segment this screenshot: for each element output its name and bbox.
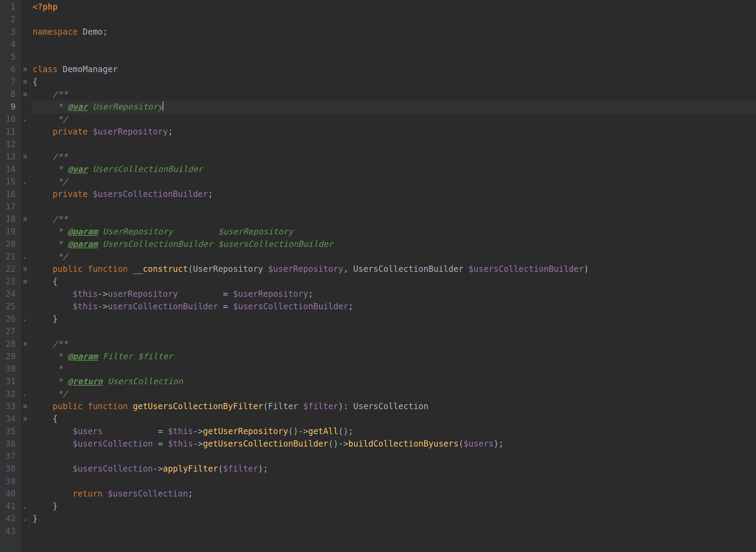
code-line[interactable] (33, 525, 756, 537)
line-number[interactable]: 10 (0, 113, 16, 126)
code-line[interactable]: * @var UsersCollectionBuilder (33, 163, 756, 175)
fold-close-icon[interactable]: ⌄ (21, 175, 29, 188)
line-number[interactable]: 20 (0, 238, 16, 250)
code-line[interactable]: { (33, 413, 756, 425)
fold-open-icon[interactable]: ⊟ (21, 88, 29, 101)
code-line[interactable]: } (33, 313, 756, 325)
code-line[interactable]: * @var UserRepository (33, 101, 756, 113)
line-number[interactable]: 17 (0, 200, 16, 213)
line-number[interactable]: 4 (0, 38, 16, 51)
code-line[interactable]: /** (33, 213, 756, 225)
fold-open-icon[interactable]: ⊟ (21, 400, 29, 413)
line-number-gutter[interactable]: 1234567891011121314151617181920212223242… (0, 0, 21, 552)
line-number[interactable]: 13 (0, 150, 16, 163)
line-number[interactable]: 21 (0, 250, 16, 263)
code-line[interactable]: * @param UsersCollectionBuilder $usersCo… (33, 238, 756, 250)
line-number[interactable]: 29 (0, 350, 16, 363)
code-line[interactable]: */ (33, 388, 756, 400)
line-number[interactable]: 28 (0, 338, 16, 350)
line-number[interactable]: 41 (0, 500, 16, 512)
code-line[interactable]: private $usersCollectionBuilder; (33, 188, 756, 200)
line-number[interactable]: 18 (0, 213, 16, 225)
fold-open-icon[interactable]: ⊟ (21, 63, 29, 76)
line-number[interactable]: 11 (0, 126, 16, 138)
line-number[interactable]: 36 (0, 438, 16, 450)
line-number[interactable]: 42 (0, 512, 16, 525)
code-line[interactable]: $users = $this->getUserRepository()->get… (33, 425, 756, 438)
line-number[interactable]: 6 (0, 63, 16, 76)
code-editor[interactable]: 1234567891011121314151617181920212223242… (0, 0, 756, 552)
code-line[interactable] (33, 138, 756, 150)
code-line[interactable]: } (33, 512, 756, 525)
code-line[interactable]: public function getUsersCollectionByFilt… (33, 400, 756, 413)
fold-open-icon[interactable]: ⊟ (21, 213, 29, 225)
fold-close-icon[interactable]: ⌄ (21, 500, 29, 512)
fold-close-icon[interactable]: ⌄ (21, 113, 29, 126)
code-line[interactable]: /** (33, 150, 756, 163)
code-line[interactable]: class DemoManager (33, 63, 756, 76)
line-number[interactable]: 14 (0, 163, 16, 175)
code-line[interactable]: $this->userRepository = $userRepository; (33, 288, 756, 300)
line-number[interactable]: 16 (0, 188, 16, 200)
code-line[interactable]: */ (33, 113, 756, 126)
code-line[interactable]: { (33, 76, 756, 88)
code-area[interactable]: <?phpnamespace Demo;class DemoManager{ /… (30, 0, 756, 552)
code-line[interactable]: */ (33, 175, 756, 188)
fold-column[interactable]: ⊟⊟⊟⌄⊟⌄⊟⌄⊟⊟⌄⊟⌄⊟⊟⌄⌄ (21, 0, 30, 552)
code-line[interactable]: private $userRepository; (33, 126, 756, 138)
line-number[interactable]: 32 (0, 388, 16, 400)
code-line[interactable]: /** (33, 88, 756, 101)
line-number[interactable]: 31 (0, 375, 16, 388)
fold-open-icon[interactable]: ⊟ (21, 76, 29, 88)
code-line[interactable]: $usersCollection->applyFilter($filter); (33, 463, 756, 475)
line-number[interactable]: 1 (0, 1, 16, 13)
fold-close-icon[interactable]: ⌄ (21, 313, 29, 325)
fold-open-icon[interactable]: ⊟ (21, 338, 29, 350)
line-number[interactable]: 26 (0, 313, 16, 325)
line-number[interactable]: 33 (0, 400, 16, 413)
fold-open-icon[interactable]: ⊟ (21, 263, 29, 275)
line-number[interactable]: 25 (0, 300, 16, 313)
line-number[interactable]: 2 (0, 13, 16, 26)
line-number[interactable]: 9 (0, 101, 16, 113)
fold-close-icon[interactable]: ⌄ (21, 512, 29, 525)
line-number[interactable]: 34 (0, 413, 16, 425)
code-line[interactable]: return $usersCollection; (33, 488, 756, 500)
code-line[interactable]: public function __construct(UserReposito… (33, 263, 756, 275)
code-line[interactable] (33, 13, 756, 26)
code-line[interactable]: $this->usersCollectionBuilder = $usersCo… (33, 300, 756, 313)
line-number[interactable]: 12 (0, 138, 16, 150)
code-line[interactable] (33, 475, 756, 488)
line-number[interactable]: 19 (0, 225, 16, 238)
line-number[interactable]: 30 (0, 363, 16, 375)
code-line[interactable]: /** (33, 338, 756, 350)
line-number[interactable]: 37 (0, 450, 16, 463)
code-line[interactable]: * @param Filter $filter (33, 350, 756, 363)
code-line[interactable]: { (33, 275, 756, 288)
line-number[interactable]: 24 (0, 288, 16, 300)
line-number[interactable]: 8 (0, 88, 16, 101)
code-line[interactable]: $usersCollection = $this->getUsersCollec… (33, 438, 756, 450)
line-number[interactable]: 43 (0, 525, 16, 537)
code-line[interactable]: } (33, 500, 756, 512)
code-line[interactable] (33, 325, 756, 338)
code-line[interactable]: namespace Demo; (33, 26, 756, 38)
fold-open-icon[interactable]: ⊟ (21, 150, 29, 163)
line-number[interactable]: 38 (0, 463, 16, 475)
code-line[interactable] (33, 450, 756, 463)
line-number[interactable]: 39 (0, 475, 16, 488)
line-number[interactable]: 5 (0, 51, 16, 63)
line-number[interactable]: 35 (0, 425, 16, 438)
code-line[interactable] (33, 38, 756, 51)
code-line[interactable]: */ (33, 250, 756, 263)
code-line[interactable] (33, 200, 756, 213)
fold-open-icon[interactable]: ⊟ (21, 275, 29, 288)
line-number[interactable]: 23 (0, 275, 16, 288)
line-number[interactable]: 7 (0, 76, 16, 88)
line-number[interactable]: 3 (0, 26, 16, 38)
fold-close-icon[interactable]: ⌄ (21, 250, 29, 263)
code-line[interactable]: <?php (33, 1, 756, 13)
line-number[interactable]: 15 (0, 175, 16, 188)
code-line[interactable]: * (33, 363, 756, 375)
line-number[interactable]: 27 (0, 325, 16, 338)
